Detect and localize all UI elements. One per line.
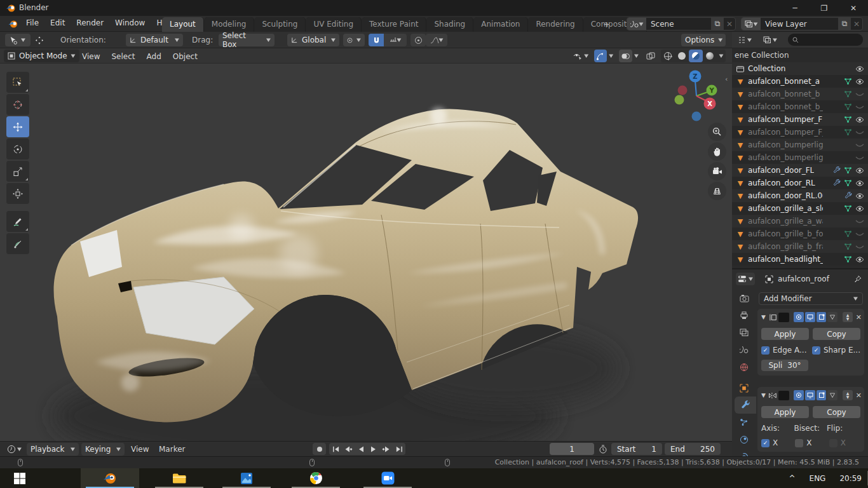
modifier-remove-icon[interactable]: ✕ <box>856 391 862 400</box>
auto-keying-toggle[interactable] <box>313 443 326 455</box>
apply-button[interactable]: Apply <box>761 328 809 340</box>
taskbar-app-zoom[interactable] <box>358 468 417 488</box>
clock[interactable]: 20:59 <box>839 474 862 483</box>
close-button[interactable]: ✕ <box>839 0 868 16</box>
outliner-row[interactable]: ▼aufalcon_grille_a_waterfall <box>732 215 868 227</box>
visibility-eye-closed-icon[interactable] <box>855 154 864 161</box>
xray-toggle[interactable] <box>644 50 657 62</box>
outliner-row[interactable]: ▼aufalcon_bumperlightlens_F_sp <box>732 151 868 164</box>
visibility-eye-open-icon[interactable] <box>855 78 864 85</box>
scene-icon[interactable]: ▼ <box>627 18 646 30</box>
copy-button[interactable]: Copy <box>813 406 860 418</box>
tool-select-box[interactable] <box>6 72 29 93</box>
workspace-tab-modeling[interactable]: Modeling <box>204 17 255 32</box>
shading-material-preview-button[interactable] <box>689 50 703 62</box>
gizmo-neg-z-axis[interactable] <box>692 112 702 121</box>
outliner-row[interactable]: ▼aufalcon_bumperlight_F_sport <box>732 139 868 151</box>
current-frame-field[interactable]: 1 <box>550 443 594 455</box>
object-visibility-dropdown[interactable]: ▼ <box>571 50 590 62</box>
shading-wireframe-button[interactable] <box>661 50 675 62</box>
jump-to-start-button[interactable] <box>329 443 342 455</box>
snap-with-dropdown[interactable]: ▼ <box>384 34 407 46</box>
outliner-row[interactable]: ▼aufalcon_door_RL.001 <box>732 189 868 202</box>
menu-render[interactable]: Render <box>71 16 109 30</box>
navigation-gizmo[interactable]: Z Y X <box>672 67 729 127</box>
modifier-reorder-buttons[interactable]: ▲▼ <box>843 312 853 322</box>
blender-app-menu-icon[interactable] <box>8 19 18 29</box>
edge-angle-checkbox[interactable]: ✓Edge A... <box>761 346 810 355</box>
overlays-dropdown[interactable]: ▼ <box>632 50 641 62</box>
visibility-eye-open-icon[interactable] <box>855 256 864 263</box>
viewport-menu-view[interactable]: View <box>76 50 105 64</box>
object-name[interactable]: aufalcon_grille_b_frame <box>748 242 823 251</box>
visibility-eye-closed-icon[interactable] <box>855 129 864 136</box>
gizmos-dropdown[interactable]: ▼ <box>607 50 615 62</box>
visibility-eye-open-icon[interactable] <box>855 65 864 72</box>
add-workspace-button[interactable]: + <box>598 17 615 32</box>
gizmos-toggle[interactable] <box>594 50 607 62</box>
scene-copy-button[interactable]: ⧉ <box>711 18 724 30</box>
timeline-editor-type-dropdown[interactable]: ▼ <box>5 443 24 456</box>
menu-file[interactable]: File <box>20 16 44 30</box>
shading-rendered-button[interactable] <box>703 50 717 62</box>
visibility-eye-closed-icon[interactable] <box>855 104 864 111</box>
outliner-row[interactable]: ▼aufalcon_headlight_L <box>732 253 868 266</box>
timeline-marker-menu[interactable]: Marker <box>159 445 185 454</box>
play-button[interactable] <box>367 443 380 455</box>
apply-button[interactable]: Apply <box>761 406 809 418</box>
properties-tab-object[interactable] <box>732 379 756 396</box>
maximize-button[interactable]: ❐ <box>810 0 839 16</box>
modifier-remove-icon[interactable]: ✕ <box>856 313 862 322</box>
viewport-menu-add[interactable]: Add <box>141 50 167 64</box>
taskbar-app-blender[interactable] <box>81 468 139 488</box>
modifier-reorder-buttons[interactable]: ▲▼ <box>843 390 853 400</box>
tool-measure[interactable] <box>6 233 29 254</box>
outliner-row[interactable]: ▼aufalcon_door_RL <box>732 177 868 189</box>
timeline-view-menu[interactable]: View <box>131 445 149 454</box>
taskbar-app-explorer[interactable] <box>150 468 208 488</box>
use-preview-range-icon[interactable] <box>599 445 607 454</box>
transform-orientation-dropdown[interactable]: Global ▼ <box>287 34 339 46</box>
menu-window[interactable]: Window <box>109 16 151 30</box>
display-realtime-toggle[interactable] <box>805 390 815 400</box>
expand-icon[interactable]: ▼ <box>761 392 766 398</box>
scene-name[interactable]: Scene <box>646 20 711 29</box>
outliner-row[interactable]: ▼aufalcon_grille_b_forte <box>732 227 868 240</box>
outliner-row[interactable]: ▼aufalcon_bonnet_a <box>732 75 868 88</box>
modifier-name-field[interactable] <box>778 391 790 400</box>
outliner-row[interactable]: ▼aufalcon_bonnet_b_bar <box>732 100 868 113</box>
properties-tab-render[interactable] <box>732 290 756 307</box>
display-render-toggle[interactable] <box>794 390 804 400</box>
object-name[interactable]: aufalcon_grille_a_waterfall <box>748 217 823 226</box>
add-modifier-dropdown[interactable]: Add Modifier ▼ <box>759 292 863 305</box>
object-name[interactable]: aufalcon_bumperlight_F_sport <box>748 140 823 149</box>
object-name[interactable]: aufalcon_bumper_F_sport <box>748 128 823 137</box>
mirror-flip-x-checkbox[interactable]: X <box>829 438 860 447</box>
outliner-row[interactable]: ▼aufalcon_door_FL <box>732 164 868 177</box>
tool-scale[interactable] <box>6 161 29 182</box>
workspace-tab-texture-paint[interactable]: Texture Paint <box>362 17 426 32</box>
modifier-name-field[interactable] <box>778 313 790 322</box>
display-editmode-toggle[interactable] <box>817 390 827 400</box>
region-collapse-arrow[interactable]: ‹ <box>725 75 728 83</box>
pivot-point-dropdown[interactable]: ▼ <box>343 34 365 46</box>
object-name[interactable]: aufalcon_bumperlightlens_F_sp <box>748 153 823 162</box>
object-name[interactable]: aufalcon_grille_b_forte <box>748 229 823 238</box>
proportional-falloff-dropdown[interactable]: ▼ <box>426 34 447 46</box>
orientation-dropdown[interactable]: Default ▼ <box>126 34 183 46</box>
view-layer-name[interactable]: View Layer <box>761 20 838 29</box>
workspace-tab-uv-editing[interactable]: UV Editing <box>306 17 362 32</box>
properties-tab-output[interactable] <box>732 307 756 324</box>
properties-editor-type-dropdown[interactable]: ▼ <box>736 273 755 285</box>
taskbar-app-photos[interactable] <box>217 468 276 488</box>
tool-transform[interactable] <box>6 183 29 204</box>
orthographic-toggle-button[interactable] <box>708 182 726 200</box>
breadcrumb-object-name[interactable]: aufalcon_roof <box>778 274 829 283</box>
object-name[interactable]: aufalcon_bonnet_a <box>748 77 820 86</box>
visibility-eye-open-icon[interactable] <box>855 193 864 200</box>
display-editmode-toggle[interactable] <box>817 312 827 322</box>
viewport-3d[interactable]: Z Y X ‹ <box>0 64 732 441</box>
expand-icon[interactable]: ▼ <box>761 314 766 320</box>
camera-view-button[interactable] <box>708 162 726 180</box>
visibility-eye-open-icon[interactable] <box>855 116 864 123</box>
